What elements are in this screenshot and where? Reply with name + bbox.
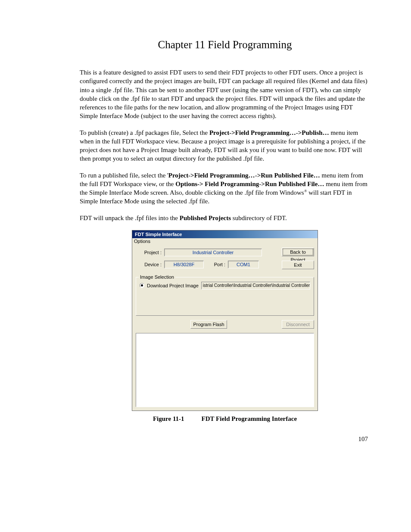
- paragraph-4: FDT will unpack the .fpf files into the …: [80, 214, 370, 222]
- device-label: Device :: [136, 262, 164, 267]
- paragraph-1: This is a feature designed to assist FDT…: [80, 68, 370, 121]
- folder-name: Published Projects: [180, 215, 231, 221]
- port-value: COM1: [228, 261, 259, 268]
- exit-button[interactable]: Exit: [282, 261, 314, 269]
- program-flash-button[interactable]: Program Flash: [190, 320, 227, 329]
- disconnect-button: Disconnect: [282, 320, 314, 329]
- image-filepath: istrial Controller\Industrial Controller…: [201, 282, 310, 289]
- menu-path: Project->Field Programming…: [168, 172, 255, 179]
- project-label: Project :: [136, 250, 164, 255]
- device-value: H8/3028F: [164, 261, 204, 268]
- paragraph-3: To run a published file, select the 'Pro…: [80, 171, 370, 206]
- chapter-title: Chapter 11 Field Programming: [80, 39, 370, 51]
- window-titlebar: FDT Simple Interface: [132, 230, 318, 238]
- port-label: Port :: [204, 262, 228, 267]
- text: subdirectory of FDT.: [231, 215, 287, 221]
- menu-options[interactable]: Options: [132, 238, 318, 245]
- text: To publish (create) a .fpf packages file…: [80, 129, 209, 136]
- menu-path: Options-> Field Programming: [175, 180, 259, 187]
- text: FDT will unpack the .fpf files into the: [80, 215, 180, 221]
- menu-path: Project->Field Programming…: [209, 129, 296, 136]
- back-to-project-button[interactable]: Back to Project: [282, 248, 314, 256]
- project-value: Industrial Controller: [164, 249, 262, 256]
- figure-title: FDT Field Programming Interface: [202, 415, 297, 422]
- menu-path: >Run Published File…: [261, 180, 324, 187]
- registered-mark: ®: [304, 189, 307, 193]
- menu-path: >Publish…: [298, 129, 329, 136]
- page-number: 107: [80, 436, 370, 443]
- download-project-image-label: Download Project Image: [147, 283, 199, 288]
- figure-label: Figure 11-1: [153, 415, 184, 423]
- paragraph-2: To publish (create) a .fpf packages file…: [80, 128, 370, 163]
- output-area: [136, 333, 314, 407]
- fdt-window: FDT Simple Interface Options Project : I…: [132, 230, 318, 411]
- download-project-image-radio[interactable]: [140, 283, 144, 288]
- text: To run a published file, select the ': [80, 172, 168, 179]
- image-selection-group: Download Project Image istrial Controlle…: [136, 277, 314, 316]
- figure-caption: Figure 11-1FDT Field Programming Interfa…: [80, 415, 370, 423]
- menu-path: >Run Published File…: [257, 172, 320, 179]
